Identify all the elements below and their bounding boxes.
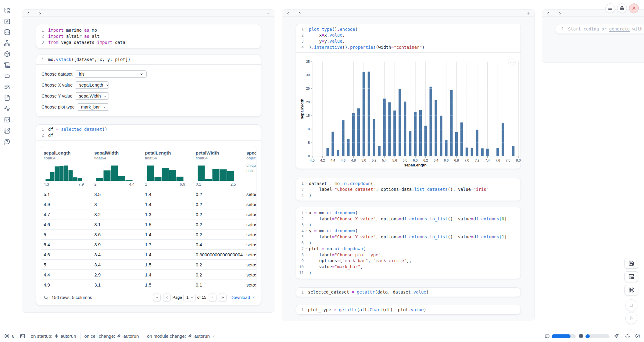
table-column-header[interactable]: petalLengthfloat6416.9: [143, 146, 193, 189]
run-config-1[interactable]: on cell change:autorun: [84, 333, 139, 339]
table-row[interactable]: 4.93.11.50.1setosa: [41, 280, 256, 289]
fold-marker-icon[interactable]: [304, 182, 309, 185]
check-circle-icon[interactable]: [635, 333, 640, 339]
table-cell: 0.2: [193, 219, 244, 229]
fold-marker-icon[interactable]: [304, 229, 309, 233]
code-line: 7plot = mo.ui.dropdown(: [296, 246, 521, 252]
cell-xy-dropdowns-editor[interactable]: 1x = mo.ui.dropdown(2 label="Choose X va…: [296, 207, 521, 279]
cell-dataframe-editor[interactable]: 1df = selected_dataset()2df: [36, 125, 261, 140]
code-token: (alt: [357, 307, 367, 312]
code-token: =: [471, 234, 473, 239]
code-token: =: [322, 39, 324, 44]
terminal-button[interactable]: [20, 333, 25, 339]
code-token: y: [324, 39, 327, 44]
cell-empty-editor[interactable]: 1Start coding or generate with AI: [556, 24, 644, 34]
packages-icon[interactable]: [4, 51, 10, 57]
fold-marker-icon[interactable]: [304, 247, 309, 251]
run-config-0[interactable]: on startup:autorun: [31, 333, 76, 339]
column-histogram: [147, 163, 184, 181]
code-text: import altair as alt: [48, 34, 100, 39]
cell-vstack-editor[interactable]: 1mo.vstack([dataset, x, y, plot]): [36, 55, 261, 65]
column-scroll-left-button[interactable]: [544, 10, 552, 17]
documentation-icon[interactable]: [4, 62, 10, 68]
shutdown-button[interactable]: [629, 3, 639, 13]
table-row[interactable]: 5.43.91.70.4setosa: [41, 239, 256, 249]
file-explorer-icon[interactable]: [4, 7, 10, 14]
chart-menu-button[interactable]: [508, 59, 516, 66]
outline-icon[interactable]: [4, 116, 10, 123]
column-scroll-right-button[interactable]: [556, 10, 564, 17]
run-config-2[interactable]: on module change:autorun: [147, 333, 216, 339]
table-row[interactable]: 53.61.40.2setosa: [41, 229, 256, 239]
layout-select-button[interactable]: [624, 271, 638, 282]
errors-indicator[interactable]: 0: [4, 333, 15, 339]
gutter-divider: [308, 209, 308, 277]
table-column-header[interactable]: petalWidthfloat640.12.5: [193, 146, 244, 189]
logs-icon[interactable]: [4, 84, 10, 90]
run-all-button[interactable]: [625, 312, 637, 324]
page-select[interactable]: 1: [183, 294, 196, 301]
dropdown-choose-y-value[interactable]: sepalWidth: [75, 92, 109, 100]
chevron-left-icon: [546, 11, 550, 15]
help-icon[interactable]: [4, 138, 10, 145]
table-row[interactable]: 4.73.21.30.2setosa: [41, 209, 256, 219]
save-button[interactable]: [624, 258, 638, 269]
code-text: x=x.value,: [309, 33, 345, 37]
cell-imports-editor[interactable]: 1import marimo as mo2import altair as al…: [36, 24, 261, 48]
previous-page-button[interactable]: [163, 294, 171, 301]
snippets-icon[interactable]: [4, 94, 10, 101]
table-cell: setosa: [244, 260, 256, 269]
table-row[interactable]: 4.63.11.50.2setosa: [41, 219, 256, 229]
table-scroll-box[interactable]: sepalLengthfloat644.37.9sepalWidthfloat6…: [41, 146, 256, 290]
notebook-menu-button[interactable]: [605, 3, 615, 13]
last-page-button[interactable]: [219, 294, 227, 301]
cell-plot-type-editor[interactable]: 1plot_type = getattr(alt.Chart(df), plot…: [296, 305, 521, 314]
code-token: [59, 127, 61, 132]
add-column-button[interactable]: [264, 10, 272, 17]
download-button[interactable]: Download: [231, 295, 256, 300]
stop-kernel-button[interactable]: [625, 299, 637, 311]
next-page-button[interactable]: [209, 294, 216, 301]
table-column-header[interactable]: speciesobjectunique:nulls:: [244, 146, 256, 189]
chart-output: 4.04.24.44.64.85.05.25.45.65.86.06.26.46…: [296, 53, 521, 168]
table-row[interactable]: 53.41.50.2setosa: [41, 259, 256, 269]
code-token: vega_datasets: [59, 40, 97, 45]
bar-chart-svg[interactable]: 4.04.24.44.64.85.05.25.45.65.86.06.26.46…: [296, 53, 521, 168]
table-search-button[interactable]: 150 rows, 5 columns: [44, 295, 92, 300]
cell-plot-editor[interactable]: 1plot_type().encode(2 x=x.value,3 y=y.va…: [296, 24, 521, 52]
fold-marker-icon[interactable]: [304, 27, 309, 31]
cell-dataset-dropdown-editor[interactable]: 1dataset = mo.ui.dropdown(2 label="Choos…: [296, 178, 521, 201]
dropdown-choose-x-value[interactable]: sepalLength: [75, 81, 109, 89]
dropdown-choose-dataset[interactable]: iris: [75, 70, 147, 78]
functions-icon[interactable]: [4, 18, 10, 25]
table-row[interactable]: 4.42.91.40.2setosa: [41, 269, 256, 280]
generate-with-ai-link[interactable]: generate: [609, 27, 630, 31]
table-row[interactable]: 5.13.51.40.2setosa: [41, 189, 256, 199]
cell-vstack: 1mo.vstack([dataset, x, y, plot])Choose …: [36, 55, 261, 117]
table-column-header[interactable]: sepalWidthfloat6424.4: [92, 146, 142, 189]
tracing-icon[interactable]: [4, 105, 10, 112]
scratchpad-icon[interactable]: [4, 127, 10, 134]
dropdown-choose-plot-type[interactable]: mark_bar: [77, 103, 109, 111]
dependency-graph-icon[interactable]: [4, 40, 10, 46]
column-scroll-left-button[interactable]: [284, 10, 292, 17]
sparkles-icon[interactable]: [614, 333, 619, 339]
table-column-header[interactable]: sepalLengthfloat644.37.9: [41, 146, 92, 189]
code-token: "Choose plot type": [335, 252, 381, 257]
control-row: Choose plot typemark_bar: [41, 103, 261, 111]
column-scroll-left-button[interactable]: [24, 10, 32, 17]
add-column-button[interactable]: [524, 10, 532, 17]
table-row[interactable]: 4.63.41.40.30000000000000004setosa: [41, 249, 256, 259]
code-token: .: [347, 45, 350, 50]
cell-selected-dataset-editor[interactable]: 1selected_dataset = getattr(data, datase…: [296, 288, 521, 297]
settings-button[interactable]: [617, 3, 627, 13]
column-scroll-right-button[interactable]: [295, 10, 304, 17]
first-page-button[interactable]: [153, 294, 161, 301]
column-scroll-right-button[interactable]: [36, 10, 44, 17]
command-palette-button[interactable]: [624, 285, 638, 295]
ai-chat-icon[interactable]: [4, 73, 10, 79]
table-row[interactable]: 4.931.40.2setosa: [41, 199, 256, 209]
datasources-icon[interactable]: [4, 29, 10, 35]
copilot-icon[interactable]: [625, 333, 630, 339]
fold-marker-icon[interactable]: [304, 211, 309, 215]
